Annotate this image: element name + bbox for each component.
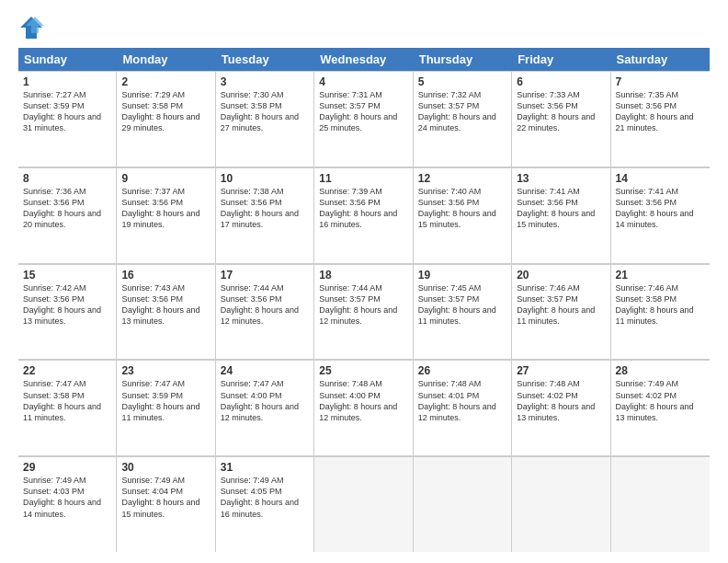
day-number: 7: [616, 75, 705, 88]
day-number: 5: [418, 75, 506, 88]
daylight-text: Daylight: 8 hours and 16 minutes.: [319, 208, 407, 230]
sunrise-text: Sunrise: 7:29 AM: [121, 89, 210, 100]
daylight-text: Daylight: 8 hours and 11 minutes.: [121, 401, 210, 423]
sunset-text: Sunset: 4:02 PM: [517, 390, 605, 401]
daylight-text: Daylight: 8 hours and 14 minutes.: [23, 497, 111, 519]
cal-cell: 14Sunrise: 7:41 AMSunset: 3:56 PMDayligh…: [611, 167, 710, 263]
sunrise-text: Sunrise: 7:44 AM: [221, 282, 309, 293]
daylight-text: Daylight: 8 hours and 13 minutes.: [23, 304, 111, 327]
cal-cell: 2Sunrise: 7:29 AMSunset: 3:58 PMDaylight…: [117, 71, 215, 167]
sunset-text: Sunset: 3:57 PM: [319, 100, 407, 111]
sunrise-text: Sunrise: 7:49 AM: [121, 475, 210, 486]
daylight-text: Daylight: 8 hours and 17 minutes.: [221, 208, 309, 230]
day-header-tuesday: Tuesday: [216, 48, 314, 71]
cal-cell: 20Sunrise: 7:46 AMSunset: 3:57 PMDayligh…: [512, 264, 610, 360]
day-number: 2: [121, 75, 210, 88]
day-header-sunday: Sunday: [18, 48, 117, 71]
sunrise-text: Sunrise: 7:47 AM: [221, 378, 309, 389]
cal-cell: 11Sunrise: 7:39 AMSunset: 3:56 PMDayligh…: [314, 167, 413, 263]
day-number: 9: [121, 172, 210, 185]
day-number: 3: [221, 75, 309, 88]
cal-cell: [314, 456, 413, 552]
cal-cell: 10Sunrise: 7:38 AMSunset: 3:56 PMDayligh…: [216, 167, 314, 263]
day-number: 15: [23, 269, 111, 282]
cal-cell: 18Sunrise: 7:44 AMSunset: 3:57 PMDayligh…: [314, 264, 413, 360]
sunset-text: Sunset: 3:56 PM: [517, 197, 605, 208]
daylight-text: Daylight: 8 hours and 20 minutes.: [23, 208, 111, 230]
daylight-text: Daylight: 8 hours and 12 minutes.: [221, 401, 309, 423]
sunrise-text: Sunrise: 7:46 AM: [616, 282, 705, 293]
cal-cell: 8Sunrise: 7:36 AMSunset: 3:56 PMDaylight…: [18, 167, 117, 263]
daylight-text: Daylight: 8 hours and 12 minutes.: [418, 401, 506, 423]
day-number: 11: [319, 172, 407, 185]
day-number: 28: [616, 364, 705, 377]
cal-cell: 28Sunrise: 7:49 AMSunset: 4:02 PMDayligh…: [611, 360, 710, 455]
cal-cell: 25Sunrise: 7:48 AMSunset: 4:00 PMDayligh…: [314, 360, 413, 455]
sunset-text: Sunset: 4:01 PM: [418, 390, 506, 401]
day-header-wednesday: Wednesday: [314, 48, 413, 71]
logo-icon: [18, 15, 44, 40]
cal-cell: 26Sunrise: 7:48 AMSunset: 4:01 PMDayligh…: [414, 360, 512, 455]
sunset-text: Sunset: 3:56 PM: [121, 197, 210, 208]
sunrise-text: Sunrise: 7:31 AM: [319, 89, 407, 100]
day-number: 17: [221, 269, 309, 282]
calendar-header: SundayMondayTuesdayWednesdayThursdayFrid…: [18, 48, 710, 71]
sunset-text: Sunset: 3:56 PM: [23, 293, 111, 304]
sunset-text: Sunset: 4:00 PM: [319, 390, 407, 401]
sunrise-text: Sunrise: 7:49 AM: [221, 475, 309, 486]
sunset-text: Sunset: 3:56 PM: [616, 100, 705, 111]
day-header-friday: Friday: [512, 48, 610, 71]
sunrise-text: Sunrise: 7:32 AM: [418, 89, 506, 100]
daylight-text: Daylight: 8 hours and 29 minutes.: [121, 111, 210, 133]
day-number: 10: [221, 172, 309, 185]
day-header-thursday: Thursday: [414, 48, 512, 71]
sunset-text: Sunset: 3:56 PM: [221, 197, 309, 208]
daylight-text: Daylight: 8 hours and 14 minutes.: [616, 208, 705, 230]
sunrise-text: Sunrise: 7:48 AM: [517, 378, 605, 389]
sunset-text: Sunset: 4:02 PM: [616, 390, 705, 401]
day-header-monday: Monday: [117, 48, 215, 71]
day-number: 16: [121, 269, 210, 282]
day-number: 14: [616, 172, 705, 185]
day-number: 8: [23, 172, 111, 185]
daylight-text: Daylight: 8 hours and 19 minutes.: [121, 208, 210, 230]
cal-cell: [611, 456, 710, 552]
day-number: 19: [418, 269, 506, 282]
daylight-text: Daylight: 8 hours and 13 minutes.: [616, 401, 705, 423]
sunset-text: Sunset: 3:56 PM: [221, 293, 309, 304]
sunrise-text: Sunrise: 7:36 AM: [23, 186, 111, 197]
day-header-saturday: Saturday: [611, 48, 710, 71]
daylight-text: Daylight: 8 hours and 11 minutes.: [23, 401, 111, 423]
cal-cell: 24Sunrise: 7:47 AMSunset: 4:00 PMDayligh…: [216, 360, 314, 455]
sunset-text: Sunset: 3:56 PM: [319, 197, 407, 208]
day-number: 1: [23, 75, 111, 88]
cal-cell: [414, 456, 512, 552]
sunrise-text: Sunrise: 7:47 AM: [23, 378, 111, 389]
cal-cell: 12Sunrise: 7:40 AMSunset: 3:56 PMDayligh…: [414, 167, 512, 263]
sunset-text: Sunset: 4:03 PM: [23, 486, 111, 497]
daylight-text: Daylight: 8 hours and 15 minutes.: [418, 208, 506, 230]
sunset-text: Sunset: 3:56 PM: [418, 197, 506, 208]
sunrise-text: Sunrise: 7:33 AM: [517, 89, 605, 100]
day-number: 31: [221, 461, 309, 474]
cal-cell: 6Sunrise: 7:33 AMSunset: 3:56 PMDaylight…: [512, 71, 610, 167]
daylight-text: Daylight: 8 hours and 11 minutes.: [616, 304, 705, 327]
cal-cell: 1Sunrise: 7:27 AMSunset: 3:59 PMDaylight…: [18, 71, 117, 167]
day-number: 29: [23, 461, 111, 474]
day-number: 12: [418, 172, 506, 185]
cal-cell: 27Sunrise: 7:48 AMSunset: 4:02 PMDayligh…: [512, 360, 610, 455]
calendar-body: 1Sunrise: 7:27 AMSunset: 3:59 PMDaylight…: [18, 71, 710, 552]
sunrise-text: Sunrise: 7:37 AM: [121, 186, 210, 197]
day-number: 22: [23, 364, 111, 377]
daylight-text: Daylight: 8 hours and 11 minutes.: [418, 304, 506, 327]
sunset-text: Sunset: 4:04 PM: [121, 486, 210, 497]
day-number: 18: [319, 269, 407, 282]
daylight-text: Daylight: 8 hours and 16 minutes.: [221, 497, 309, 519]
week-row-3: 15Sunrise: 7:42 AMSunset: 3:56 PMDayligh…: [18, 264, 710, 361]
cal-cell: 21Sunrise: 7:46 AMSunset: 3:58 PMDayligh…: [611, 264, 710, 360]
cal-cell: 29Sunrise: 7:49 AMSunset: 4:03 PMDayligh…: [18, 456, 117, 552]
sunset-text: Sunset: 3:57 PM: [517, 293, 605, 304]
day-number: 23: [121, 364, 210, 377]
sunrise-text: Sunrise: 7:38 AM: [221, 186, 309, 197]
day-number: 25: [319, 364, 407, 377]
